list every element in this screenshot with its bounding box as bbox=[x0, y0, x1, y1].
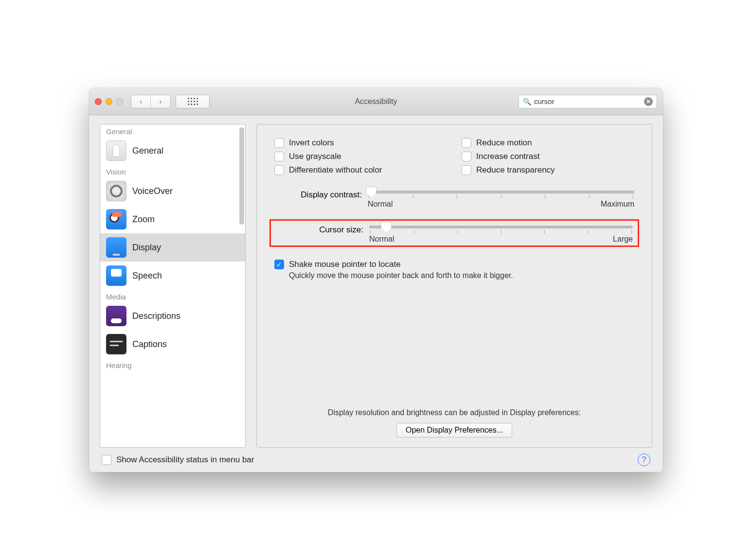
checkbox-box bbox=[274, 165, 284, 175]
checkbox-label: Differentiate without color bbox=[289, 165, 382, 175]
display-icon bbox=[106, 237, 126, 258]
slider-ticks bbox=[369, 230, 633, 234]
chevron-left-icon: ‹ bbox=[140, 97, 142, 105]
checkbox-box bbox=[274, 152, 284, 161]
sidebar-item-general[interactable]: General bbox=[100, 137, 245, 165]
slider-legend: Normal Maximum bbox=[368, 200, 634, 209]
slider-min-label: Normal bbox=[368, 200, 393, 209]
titlebar: ‹ › Accessibility 🔍 ✕ bbox=[89, 88, 663, 115]
zoom-icon bbox=[106, 209, 126, 229]
captions-icon bbox=[106, 334, 126, 354]
cursor-size-slider[interactable]: Normal Large bbox=[369, 224, 633, 244]
cursor-size-highlight: Cursor size: Normal Large bbox=[269, 219, 639, 247]
sidebar-item-label: Display bbox=[132, 243, 161, 253]
show-all-button[interactable] bbox=[176, 95, 210, 108]
sidebar-item-zoom[interactable]: Zoom bbox=[100, 205, 245, 233]
checkbox-label: Reduce motion bbox=[476, 138, 532, 148]
checkbox-box: ✓ bbox=[274, 260, 284, 269]
grid-icon bbox=[188, 98, 198, 105]
checkbox-label: Use grayscale bbox=[289, 152, 341, 161]
shake-pointer-checkbox[interactable]: ✓ Shake mouse pointer to locate bbox=[274, 260, 634, 269]
nav-back-forward: ‹ › bbox=[131, 95, 171, 108]
sidebar-section-general: General bbox=[100, 124, 245, 137]
slider-ticks bbox=[368, 195, 634, 199]
voiceover-icon bbox=[106, 181, 126, 201]
x-icon: ✕ bbox=[646, 98, 651, 105]
reduce-motion-checkbox[interactable]: Reduce motion bbox=[462, 138, 634, 148]
invert-colors-checkbox[interactable]: Invert colors bbox=[274, 138, 447, 148]
sidebar-section-media: Media bbox=[100, 290, 245, 302]
help-button[interactable]: ? bbox=[638, 454, 650, 466]
slider-legend: Normal Large bbox=[369, 235, 633, 244]
nav-forward-button[interactable]: › bbox=[151, 95, 170, 108]
sidebar-item-voiceover[interactable]: VoiceOver bbox=[100, 177, 245, 205]
search-icon: 🔍 bbox=[523, 98, 531, 105]
checkbox-label: Reduce transparency bbox=[476, 165, 555, 175]
sidebar-wrap: General General Vision VoiceOver Zo bbox=[100, 124, 246, 448]
checkbox-label: Shake mouse pointer to locate bbox=[289, 260, 401, 269]
sidebar-item-captions[interactable]: Captions bbox=[100, 330, 245, 358]
display-contrast-slider[interactable]: Normal Maximum bbox=[368, 189, 634, 209]
sidebar-section-vision: Vision bbox=[100, 165, 245, 177]
reduce-transparency-checkbox[interactable]: Reduce transparency bbox=[462, 165, 634, 175]
close-window-button[interactable] bbox=[95, 98, 102, 105]
checkbox-box bbox=[274, 138, 284, 148]
increase-contrast-checkbox[interactable]: Increase contrast bbox=[462, 152, 634, 161]
slider-track bbox=[369, 226, 633, 228]
display-contrast-row: Display contrast: Normal Maximum bbox=[274, 189, 634, 209]
checkbox-box bbox=[102, 455, 111, 465]
descriptions-icon bbox=[106, 306, 126, 326]
checkbox-box bbox=[462, 138, 471, 148]
nav-back-button[interactable]: ‹ bbox=[131, 95, 151, 108]
cursor-size-label: Cursor size: bbox=[276, 224, 363, 235]
sidebar-item-speech[interactable]: Speech bbox=[100, 262, 245, 290]
slider-max-label: Maximum bbox=[601, 200, 634, 209]
sidebar-scrollbar-thumb[interactable] bbox=[239, 127, 244, 225]
differentiate-color-checkbox[interactable]: Differentiate without color bbox=[274, 165, 447, 175]
slider-max-label: Large bbox=[613, 235, 633, 244]
sidebar-item-label: Speech bbox=[132, 271, 162, 281]
sidebar-scroll[interactable]: General General Vision VoiceOver Zo bbox=[100, 124, 245, 447]
sidebar-item-descriptions[interactable]: Descriptions bbox=[100, 302, 245, 330]
shake-pointer-row: ✓ Shake mouse pointer to locate Quickly … bbox=[274, 260, 634, 280]
checkbox-box bbox=[462, 165, 471, 175]
checkbox-label: Show Accessibility status in menu bar bbox=[116, 455, 254, 465]
display-settings-panel: Invert colors Reduce motion Use grayscal… bbox=[256, 124, 652, 448]
clear-search-button[interactable]: ✕ bbox=[644, 97, 653, 106]
sidebar-item-label: Descriptions bbox=[132, 311, 180, 321]
search-input[interactable] bbox=[534, 97, 641, 105]
shake-pointer-description: Quickly move the mouse pointer back and … bbox=[289, 271, 634, 280]
zoom-window-button bbox=[116, 98, 123, 105]
display-contrast-label: Display contrast: bbox=[274, 189, 362, 200]
general-icon bbox=[106, 140, 126, 161]
search-field[interactable]: 🔍 ✕ bbox=[519, 95, 657, 108]
sidebar-item-label: Captions bbox=[132, 339, 167, 350]
chevron-right-icon: › bbox=[160, 97, 162, 105]
sidebar-item-label: VoiceOver bbox=[132, 186, 173, 196]
use-grayscale-checkbox[interactable]: Use grayscale bbox=[274, 152, 447, 161]
checkbox-box bbox=[462, 152, 471, 161]
accessibility-window: ‹ › Accessibility 🔍 ✕ bbox=[89, 88, 663, 472]
cursor-size-row: Cursor size: Normal Large bbox=[276, 224, 633, 244]
speech-icon bbox=[106, 265, 126, 286]
minimize-window-button[interactable] bbox=[106, 98, 112, 105]
question-icon: ? bbox=[642, 455, 646, 465]
sidebar-item-label: Zoom bbox=[132, 214, 155, 225]
checkbox-label: Invert colors bbox=[289, 138, 334, 148]
open-display-preferences-button[interactable]: Open Display Preferences... bbox=[396, 423, 512, 438]
display-options-grid: Invert colors Reduce motion Use grayscal… bbox=[274, 138, 634, 175]
show-status-menubar-checkbox[interactable]: Show Accessibility status in menu bar bbox=[102, 455, 254, 465]
checkbox-label: Increase contrast bbox=[476, 152, 539, 161]
sidebar-section-hearing: Hearing bbox=[100, 358, 245, 370]
display-preferences-note: Display resolution and brightness can be… bbox=[274, 408, 634, 417]
sidebar: General General Vision VoiceOver Zo bbox=[100, 124, 246, 448]
sidebar-item-label: General bbox=[132, 146, 163, 156]
traffic-lights bbox=[95, 98, 123, 105]
slider-track bbox=[368, 191, 634, 193]
panes: General General Vision VoiceOver Zo bbox=[100, 124, 652, 448]
content-area: General General Vision VoiceOver Zo bbox=[89, 115, 663, 472]
sidebar-item-display[interactable]: Display bbox=[100, 233, 245, 262]
footer: Show Accessibility status in menu bar ? bbox=[100, 448, 652, 466]
slider-min-label: Normal bbox=[369, 235, 394, 244]
